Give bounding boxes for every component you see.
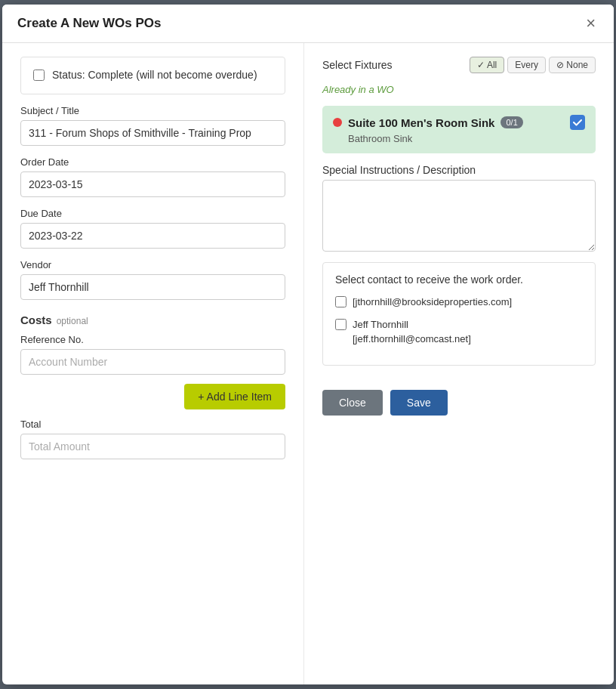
order-date-input[interactable] <box>20 171 285 197</box>
fixture-badge: 0/1 <box>500 116 522 128</box>
due-date-group: Due Date <box>20 208 285 249</box>
contact-option-2: Jeff Thornhill[jeff.thornhill@comcast.ne… <box>335 317 583 347</box>
subject-label: Subject / Title <box>20 105 285 116</box>
contact-option-1: [jthornhill@brooksideproperties.com] <box>335 295 583 310</box>
action-buttons: Close Save <box>322 390 596 416</box>
vendor-group: Vendor <box>20 259 285 300</box>
costs-title: Costs <box>20 314 52 326</box>
modal-title: Create A New WOs POs <box>17 16 162 31</box>
fixture-card[interactable]: Suite 100 Men's Room Sink 0/1 Bathroom S… <box>322 106 596 153</box>
special-instructions-group: Special Instructions / Description <box>322 164 596 252</box>
fixture-status-dot <box>333 118 342 127</box>
close-icon[interactable]: × <box>583 15 599 32</box>
fixture-card-header: Suite 100 Men's Room Sink 0/1 <box>333 115 585 130</box>
fixture-card-left: Suite 100 Men's Room Sink 0/1 <box>333 116 523 129</box>
costs-section: Costs optional Reference No. + Add Line … <box>20 314 285 459</box>
subject-group: Subject / Title <box>20 105 285 146</box>
reference-label: Reference No. <box>20 334 285 345</box>
costs-header: Costs optional <box>20 314 285 326</box>
contact-checkbox-1[interactable] <box>335 296 346 307</box>
modal-header: Create A New WOs POs × <box>2 5 614 43</box>
subject-input[interactable] <box>20 120 285 146</box>
filter-every-button[interactable]: Every <box>507 57 546 73</box>
filter-none-button[interactable]: ⊘ None <box>549 57 596 73</box>
status-checkbox[interactable] <box>33 70 45 81</box>
close-button[interactable]: Close <box>322 390 383 416</box>
modal-body: Status: Complete (will not become overdu… <box>2 43 614 684</box>
left-panel: Status: Complete (will not become overdu… <box>2 43 304 684</box>
fixture-type: Bathroom Sink <box>333 133 585 144</box>
modal: Create A New WOs POs × Status: Complete … <box>2 5 614 684</box>
fixtures-label: Select Fixtures <box>322 59 393 71</box>
fixture-name: Suite 100 Men's Room Sink <box>348 116 494 129</box>
account-number-input[interactable] <box>20 349 285 375</box>
special-instructions-textarea[interactable] <box>322 180 596 252</box>
modal-overlay: Create A New WOs POs × Status: Complete … <box>0 0 616 689</box>
contact-label-1: [jthornhill@brooksideproperties.com] <box>353 295 512 310</box>
vendor-input[interactable] <box>20 274 285 300</box>
total-group: Total <box>20 419 285 459</box>
order-date-group: Order Date <box>20 156 285 197</box>
fixture-check-icon[interactable] <box>570 115 585 130</box>
contact-label-2: Jeff Thornhill[jeff.thornhill@comcast.ne… <box>353 317 471 347</box>
special-instructions-label: Special Instructions / Description <box>322 164 596 176</box>
costs-optional: optional <box>57 316 88 326</box>
order-date-label: Order Date <box>20 156 285 168</box>
right-panel: Select Fixtures ✓ All Every ⊘ None Alrea… <box>304 43 614 684</box>
contact-section: Select contact to receive the work order… <box>322 262 596 366</box>
already-in-wo: Already in a WO <box>322 84 596 95</box>
total-label: Total <box>20 419 285 430</box>
contact-checkbox-2[interactable] <box>335 319 346 330</box>
save-button[interactable]: Save <box>390 390 448 416</box>
add-line-item-button[interactable]: + Add Line Item <box>184 384 285 409</box>
status-box: Status: Complete (will not become overdu… <box>20 57 285 94</box>
vendor-label: Vendor <box>20 259 285 270</box>
contact-title: Select contact to receive the work order… <box>335 273 583 286</box>
footer-buttons: Close Save <box>322 376 596 416</box>
fixtures-header: Select Fixtures ✓ All Every ⊘ None <box>322 57 596 73</box>
filter-all-button[interactable]: ✓ All <box>470 57 504 73</box>
total-amount-input[interactable] <box>20 434 285 459</box>
status-label: Status: Complete (will not become overdu… <box>52 68 257 83</box>
due-date-input[interactable] <box>20 223 285 249</box>
due-date-label: Due Date <box>20 208 285 219</box>
fixture-filters: ✓ All Every ⊘ None <box>470 57 596 73</box>
reference-group: Reference No. <box>20 334 285 375</box>
